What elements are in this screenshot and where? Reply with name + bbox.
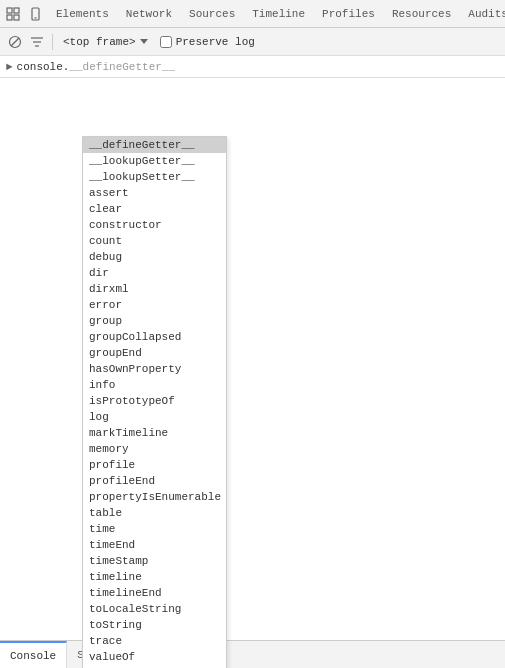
- toolbar-separator: [52, 34, 53, 50]
- tab-elements[interactable]: Elements: [48, 0, 118, 28]
- preserve-log-label[interactable]: Preserve log: [160, 36, 255, 48]
- list-item[interactable]: trace: [83, 633, 226, 649]
- list-item[interactable]: count: [83, 233, 226, 249]
- list-item[interactable]: dir: [83, 265, 226, 281]
- console-input-row: ► console.__defineGetter__: [0, 56, 505, 78]
- list-item[interactable]: error: [83, 297, 226, 313]
- main-area: ► console.__defineGetter__ __defineGette…: [0, 56, 505, 640]
- list-item[interactable]: __lookupGetter__: [83, 153, 226, 169]
- list-item[interactable]: log: [83, 409, 226, 425]
- list-item[interactable]: hasOwnProperty: [83, 361, 226, 377]
- list-item[interactable]: group: [83, 313, 226, 329]
- clear-console-button[interactable]: [6, 33, 24, 51]
- filter-button[interactable]: [28, 33, 46, 51]
- frame-selector[interactable]: <top frame>: [59, 34, 152, 50]
- console-prompt: ►: [6, 61, 13, 73]
- list-item[interactable]: timeStamp: [83, 553, 226, 569]
- svg-rect-0: [7, 8, 12, 13]
- tab-profiles[interactable]: Profiles: [314, 0, 384, 28]
- tab-resources[interactable]: Resources: [384, 0, 460, 28]
- list-item[interactable]: groupEnd: [83, 345, 226, 361]
- list-item[interactable]: groupCollapsed: [83, 329, 226, 345]
- list-item[interactable]: info: [83, 377, 226, 393]
- console-input-text[interactable]: console.__defineGetter__: [17, 61, 499, 73]
- list-item[interactable]: profileEnd: [83, 473, 226, 489]
- list-item[interactable]: timelineEnd: [83, 585, 226, 601]
- list-item[interactable]: __lookupSetter__: [83, 169, 226, 185]
- list-item[interactable]: propertyIsEnumerable: [83, 489, 226, 505]
- list-item[interactable]: markTimeline: [83, 425, 226, 441]
- list-item[interactable]: isPrototypeOf: [83, 393, 226, 409]
- dropdown-scroll-wrapper: __lookupGetter____lookupSetter__assertcl…: [83, 153, 226, 668]
- list-item[interactable]: toString: [83, 617, 226, 633]
- list-item[interactable]: time: [83, 521, 226, 537]
- list-item[interactable]: timeEnd: [83, 537, 226, 553]
- autocomplete-dropdown: __defineGetter__ __lookupGetter____looku…: [82, 136, 227, 668]
- tab-audits[interactable]: Audits: [460, 0, 505, 28]
- list-item[interactable]: memory: [83, 441, 226, 457]
- inspect-icon[interactable]: [4, 5, 22, 23]
- svg-rect-3: [14, 15, 19, 20]
- svg-line-7: [11, 38, 19, 46]
- list-item[interactable]: constructor: [83, 217, 226, 233]
- autocomplete-item-defineGetter[interactable]: __defineGetter__: [83, 137, 226, 153]
- list-item[interactable]: assert: [83, 185, 226, 201]
- tab-network[interactable]: Network: [118, 0, 181, 28]
- svg-rect-2: [7, 15, 12, 20]
- mobile-icon[interactable]: [26, 5, 44, 23]
- tab-sources[interactable]: Sources: [181, 0, 244, 28]
- tab-timeline[interactable]: Timeline: [244, 0, 314, 28]
- list-item[interactable]: debug: [83, 249, 226, 265]
- list-item[interactable]: dirxml: [83, 281, 226, 297]
- svg-rect-1: [14, 8, 19, 13]
- list-item[interactable]: profile: [83, 457, 226, 473]
- preserve-log-checkbox[interactable]: [160, 36, 172, 48]
- tab-bar-icons: [4, 5, 44, 23]
- list-item[interactable]: table: [83, 505, 226, 521]
- bottom-tab-bar: Console Se...: [0, 640, 505, 668]
- autocomplete-inline: __defineGetter__: [69, 61, 175, 73]
- list-item[interactable]: timeline: [83, 569, 226, 585]
- bottom-tab-console[interactable]: Console: [0, 641, 67, 669]
- console-toolbar: <top frame> Preserve log: [0, 28, 505, 56]
- list-item[interactable]: toLocaleString: [83, 601, 226, 617]
- dropdown-list[interactable]: __lookupGetter____lookupSetter__assertcl…: [83, 153, 226, 668]
- list-item[interactable]: clear: [83, 201, 226, 217]
- list-item[interactable]: valueOf: [83, 649, 226, 665]
- tab-bar: Elements Network Sources Timeline Profil…: [0, 0, 505, 28]
